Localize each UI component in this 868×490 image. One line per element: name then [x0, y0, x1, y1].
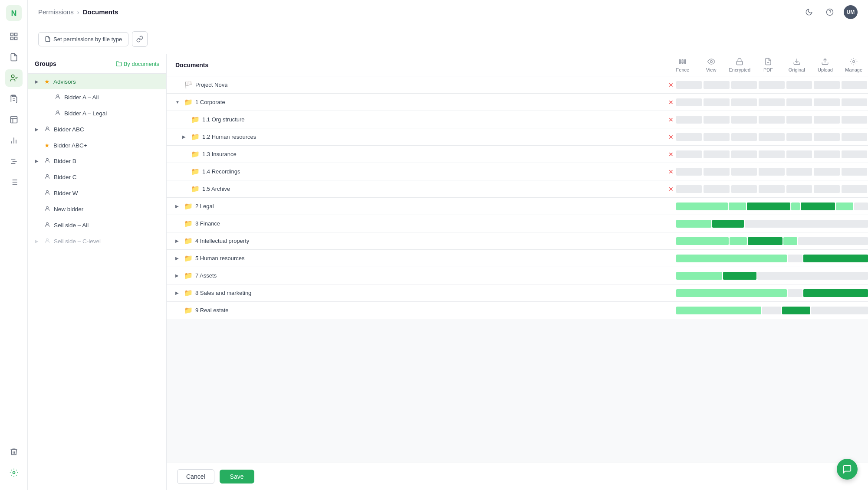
perm-bar[interactable] [703, 166, 730, 178]
perm-bar[interactable] [675, 96, 703, 108]
perm-bar[interactable] [786, 131, 813, 143]
app-logo[interactable]: N [6, 5, 22, 21]
chat-fab-button[interactable] [837, 459, 858, 480]
group-name: Bidder C [54, 174, 77, 180]
sidebar-item-reports[interactable] [5, 111, 23, 128]
perm-bar[interactable] [786, 79, 813, 91]
perm-bar[interactable] [758, 96, 785, 108]
by-documents-label: By documents [124, 61, 159, 67]
perm-bar[interactable] [786, 96, 813, 108]
perm-bar[interactable] [841, 96, 868, 108]
sidebar-item-dashboard[interactable] [5, 28, 23, 45]
perm-bar[interactable] [813, 166, 840, 178]
perm-bar[interactable] [730, 96, 758, 108]
perm-bar[interactable] [841, 79, 868, 91]
file-type-icon [45, 36, 51, 42]
documents-header: Documents Fence View [167, 54, 868, 76]
dark-mode-toggle[interactable] [802, 5, 816, 19]
sidebar-item-analytics[interactable] [5, 132, 23, 149]
perm-bar[interactable] [703, 114, 730, 126]
group-item-bidder-b[interactable]: ▶ Bidder B [28, 153, 166, 169]
perm-bar[interactable] [675, 114, 703, 126]
perm-bar[interactable] [786, 148, 813, 160]
perm-bar[interactable] [675, 79, 703, 91]
group-item-bidder-abc-plus[interactable]: ★ Bidder ABC+ [28, 137, 166, 153]
perm-bar[interactable] [730, 79, 758, 91]
perm-bar[interactable] [758, 79, 785, 91]
group-item-bidder-w[interactable]: Bidder W [28, 185, 166, 201]
perm-bar[interactable] [675, 131, 703, 143]
perm-bar[interactable] [730, 183, 758, 195]
perm-bar[interactable] [813, 114, 840, 126]
sidebar-item-filter[interactable] [5, 153, 23, 170]
set-permissions-button[interactable]: Set permissions by file type [38, 32, 128, 46]
perm-bar[interactable] [786, 114, 813, 126]
perm-bar[interactable] [703, 183, 730, 195]
expand-button[interactable]: ▼ [175, 100, 181, 105]
breadcrumb-parent[interactable]: Permissions [38, 8, 74, 16]
perm-bar[interactable] [730, 166, 758, 178]
expand-button[interactable]: ▶ [175, 256, 181, 261]
group-item-bidder-a-all[interactable]: Bidder A – All [28, 89, 166, 105]
expand-button[interactable]: ▶ [175, 291, 181, 295]
perm-bar[interactable] [841, 131, 868, 143]
group-item-bidder-abc[interactable]: ▶ Bidder ABC [28, 121, 166, 137]
sidebar-item-settings[interactable] [5, 464, 23, 481]
expand-button[interactable]: ▶ [182, 134, 188, 139]
sidebar-item-documents[interactable] [5, 49, 23, 66]
perm-bar[interactable] [758, 114, 785, 126]
by-documents-toggle[interactable]: By documents [116, 61, 159, 67]
deny-icon: ✕ [668, 134, 674, 140]
breadcrumb-current: Documents [83, 8, 118, 16]
sidebar-item-permissions[interactable] [5, 69, 23, 87]
perm-bar[interactable] [813, 183, 840, 195]
perm-bar[interactable] [841, 114, 868, 126]
perm-bar[interactable] [758, 131, 785, 143]
group-item-advisors[interactable]: ▶ ★ Advisors [28, 74, 166, 89]
perm-bar[interactable] [730, 148, 758, 160]
perm-bar[interactable] [703, 79, 730, 91]
save-button[interactable]: Save [220, 470, 254, 483]
sidebar-item-list[interactable] [5, 173, 23, 191]
group-item-sell-side-all[interactable]: Sell side – All [28, 217, 166, 233]
perm-bar[interactable] [841, 148, 868, 160]
perm-bar[interactable] [758, 166, 785, 178]
folder-icon [116, 61, 122, 67]
breadcrumb: Permissions › Documents [38, 8, 118, 16]
perm-bar[interactable] [813, 148, 840, 160]
perm-bar[interactable] [703, 148, 730, 160]
group-item-bidder-a-legal[interactable]: Bidder A – Legal [28, 105, 166, 121]
perm-bar[interactable] [703, 131, 730, 143]
perm-bar[interactable] [813, 131, 840, 143]
perm-bar[interactable] [758, 148, 785, 160]
group-name: Advisors [53, 78, 76, 85]
perm-bar[interactable] [813, 96, 840, 108]
expand-button[interactable]: ▶ [175, 238, 181, 243]
help-button[interactable] [823, 5, 837, 19]
user-avatar[interactable]: UM [844, 5, 858, 19]
perm-bar[interactable] [675, 183, 703, 195]
perm-cells: ✕ [668, 79, 868, 91]
sidebar-item-trash[interactable] [5, 443, 23, 461]
perm-bar[interactable] [813, 79, 840, 91]
sidebar-item-activity[interactable] [5, 90, 23, 108]
perm-bar[interactable] [730, 131, 758, 143]
perm-bar[interactable] [675, 148, 703, 160]
perm-bar[interactable] [675, 166, 703, 178]
expand-button[interactable]: ▶ [175, 273, 181, 278]
perm-bar[interactable] [841, 183, 868, 195]
perm-bar[interactable] [730, 114, 758, 126]
svg-rect-2 [10, 33, 13, 36]
perm-bar[interactable] [786, 166, 813, 178]
group-item-sell-side-clevel[interactable]: ▶ Sell side – C-level [28, 233, 166, 249]
expand-button[interactable]: ▶ [175, 204, 181, 209]
cancel-button[interactable]: Cancel [177, 469, 214, 484]
link-button[interactable] [132, 31, 148, 47]
group-item-new-bidder[interactable]: New bidder [28, 201, 166, 217]
perm-bar[interactable] [841, 166, 868, 178]
perm-bar[interactable] [758, 183, 785, 195]
perm-bar[interactable] [786, 183, 813, 195]
group-item-bidder-c[interactable]: Bidder C [28, 169, 166, 185]
perm-bar[interactable] [703, 96, 730, 108]
perm-cells: ✕ [668, 166, 868, 178]
